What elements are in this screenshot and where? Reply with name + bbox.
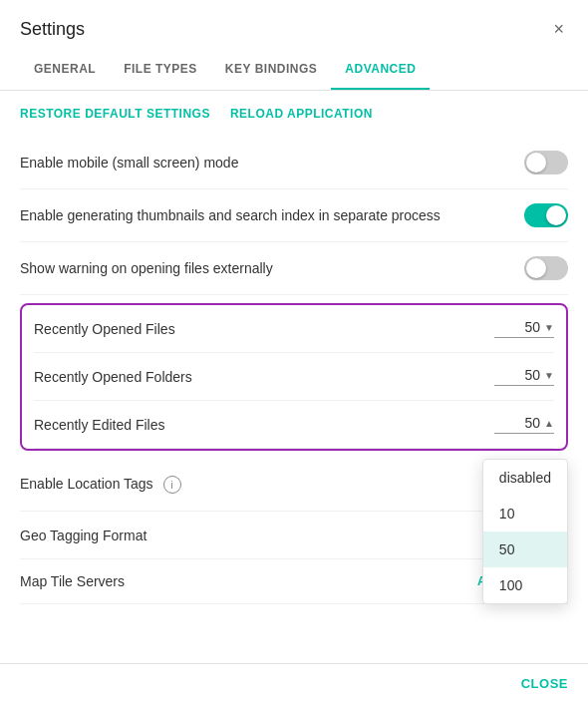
recently-opened-folders-dropdown[interactable]: 50 ▼ [494,367,554,386]
tab-key-bindings[interactable]: KEY BINDINGS [211,50,331,90]
recently-edited-files-arrow: ▲ [544,418,554,429]
tab-advanced[interactable]: ADVANCED [331,50,430,90]
recently-opened-files-value: 50 [525,319,541,335]
dialog-title: Settings [20,19,85,40]
close-dialog-button[interactable]: × [549,16,568,42]
recently-opened-files-label: Recently Opened Files [34,321,494,337]
recently-edited-files-label: Recently Edited Files [34,417,494,433]
recently-opened-folders-arrow: ▼ [544,370,554,381]
warning-external-thumb [526,258,546,278]
recently-opened-files-row: Recently Opened Files 50 ▼ [34,305,554,353]
recently-opened-files-dropdown[interactable]: 50 ▼ [494,319,554,338]
mobile-mode-toggle[interactable] [524,151,568,175]
warning-external-row: Show warning on opening files externally [20,242,568,295]
mobile-mode-thumb [526,153,546,173]
close-footer-button[interactable]: CLOSE [521,676,568,691]
thumbnails-thumb [546,205,566,225]
reload-application-link[interactable]: RELOAD APPLICATION [230,107,373,121]
tab-general[interactable]: GENERAL [20,50,110,90]
recently-opened-folders-value: 50 [525,367,541,383]
thumbnails-track [524,203,568,227]
dropdown-option-100[interactable]: 100 [483,567,567,603]
recently-edited-files-row: Recently Edited Files 50 ▲ [34,401,554,449]
recently-opened-folders-row: Recently Opened Folders 50 ▼ [34,353,554,401]
location-tags-info-icon[interactable]: i [163,476,181,494]
dropdown-option-disabled[interactable]: disabled [483,460,567,496]
thumbnails-row: Enable generating thumbnails and search … [20,189,568,242]
action-links: RESTORE DEFAULT SETTINGS RELOAD APPLICAT… [20,91,568,137]
location-tags-label: Enable Location Tags i [20,476,524,494]
map-tile-label: Map Tile Servers [20,573,477,589]
tab-file-types[interactable]: FILE TYPES [110,50,211,90]
warning-external-track [524,256,568,280]
recently-edited-files-dropdown[interactable]: 50 ▲ [494,415,554,434]
recently-opened-folders-label: Recently Opened Folders [34,369,494,385]
restore-defaults-link[interactable]: RESTORE DEFAULT SETTINGS [20,107,210,121]
recently-edited-files-value: 50 [525,415,541,431]
warning-external-toggle[interactable] [524,256,568,280]
tab-bar: GENERAL FILE TYPES KEY BINDINGS ADVANCED [0,50,588,91]
mobile-mode-label: Enable mobile (small screen) mode [20,155,524,171]
dropdown-option-10[interactable]: 10 [483,496,567,531]
dialog-header: Settings × [0,0,588,42]
geo-tagging-label: Geo Tagging Format [20,527,521,543]
mobile-mode-track [524,151,568,175]
dropdown-option-50[interactable]: 50 [483,531,567,567]
warning-external-label: Show warning on opening files externally [20,260,524,276]
recently-section: Recently Opened Files 50 ▼ Recently Open… [20,303,568,451]
thumbnails-toggle[interactable] [524,203,568,227]
settings-dialog: Settings × GENERAL FILE TYPES KEY BINDIN… [0,0,588,703]
thumbnails-label: Enable generating thumbnails and search … [20,207,524,223]
mobile-mode-row: Enable mobile (small screen) mode [20,137,568,189]
dropdown-popup: disabled 10 50 100 [482,459,568,604]
recently-opened-files-arrow: ▼ [544,322,554,333]
dialog-footer: CLOSE [0,663,588,703]
